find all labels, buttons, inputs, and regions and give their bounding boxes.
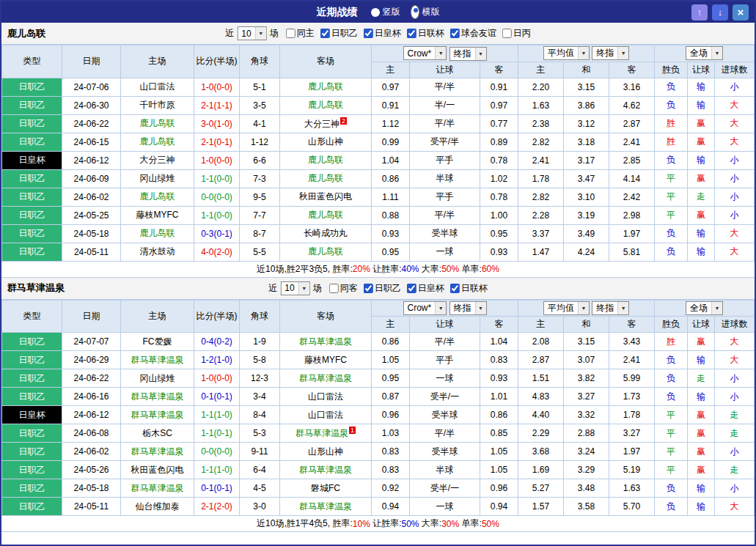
eu-draw-odds: 3.82 [564, 369, 609, 388]
team-name: 鹿儿岛联 [140, 228, 175, 238]
team-name: 鹿儿岛联 [140, 191, 175, 202]
team-name: 群马草津温泉 [299, 373, 352, 383]
home-team: 仙台维加泰 [121, 498, 194, 516]
close-button[interactable]: × [733, 4, 749, 21]
ah-home-odds: 0.88 [372, 206, 410, 224]
result-handicap: 输 [688, 78, 715, 96]
filter-bar: 近 10▼ 场 同客日职乙日皇杯日联杯 [268, 281, 487, 295]
match-row: 日职乙24-05-11仙台维加泰2-1(2-0)3-0群马草津温泉0.94一球0… [2, 498, 755, 516]
corner-score: 6-6 [240, 151, 280, 169]
scroll-up-button[interactable]: ↑ [691, 4, 708, 21]
scope-select[interactable]: 全场▼ [686, 46, 723, 60]
europe-time-select[interactable]: 终指▼ [592, 301, 629, 315]
col-eu-home: 主 [518, 62, 564, 78]
result-goals: 大 [715, 498, 755, 516]
filter-option[interactable]: 同主 [286, 27, 315, 40]
match-count-value: 10 [285, 283, 294, 293]
vertical-layout-radio[interactable]: 竖版 [371, 5, 400, 19]
filter-option[interactable]: 日职乙 [320, 27, 358, 40]
eu-home-odds: 2.38 [518, 114, 564, 133]
eu-away-odds: 2.42 [609, 188, 655, 206]
filter-option[interactable]: 日皇杯 [407, 282, 444, 295]
result-group-header: 全场▼ [655, 45, 755, 62]
filter-checkbox[interactable] [450, 284, 460, 293]
league-type: 日职乙 [2, 351, 62, 369]
scope-select[interactable]: 全场▼ [686, 301, 723, 315]
score: 0-1(0-1) [194, 479, 240, 498]
europe-avg-select[interactable]: 平均值▼ [543, 46, 590, 60]
eu-draw-odds: 3.32 [564, 406, 609, 424]
filter-option[interactable]: 球会友谊 [450, 27, 496, 40]
filter-checkbox[interactable] [450, 29, 460, 38]
filter-option[interactable]: 日联杯 [407, 27, 444, 40]
corner-score: 12-3 [240, 369, 280, 388]
bookmaker-select[interactable]: Crow*▼ [403, 46, 447, 60]
match-count-select[interactable]: 10▼ [280, 281, 309, 295]
filter-option[interactable]: 同客 [329, 282, 358, 295]
filter-option-label: 日联杯 [418, 27, 444, 40]
eu-home-odds: 2.08 [518, 333, 564, 351]
section-team-name: 群马草津温泉 [7, 281, 65, 295]
score: 2-1(2-0) [194, 498, 240, 516]
scroll-down-button[interactable]: ↓ [712, 4, 728, 21]
titlebar-center: 近期战绩 竖版横版 [317, 5, 440, 19]
europe-time-select[interactable]: 终指▼ [592, 46, 629, 60]
filter-checkbox[interactable] [407, 284, 416, 293]
filter-checkbox[interactable] [364, 29, 373, 38]
radio-icon [411, 5, 419, 19]
team-name: FC爱媛 [143, 336, 172, 347]
bookmaker-select[interactable]: Crow*▼ [403, 301, 447, 315]
filter-checkbox[interactable] [329, 284, 339, 293]
league-type: 日职乙 [2, 133, 62, 151]
eu-draw-odds: 3.10 [564, 188, 609, 206]
col-ah-home: 主 [372, 317, 410, 333]
eu-draw-odds: 3.58 [564, 498, 609, 516]
horizontal-layout-radio[interactable]: 横版 [411, 5, 440, 19]
filter-option[interactable]: 日皇杯 [364, 27, 401, 40]
result-wdl: 负 [655, 243, 688, 261]
result-handicap: 输 [688, 96, 715, 114]
filter-checkbox[interactable] [364, 284, 373, 293]
europe-time-value: 终指 [596, 47, 614, 59]
match-date: 24-06-30 [62, 96, 121, 114]
match-date: 24-05-11 [62, 243, 121, 261]
result-goals: 小 [715, 78, 755, 96]
ah-handicap-line: 受半/一 [410, 388, 480, 406]
home-team: 千叶市原 [121, 96, 194, 114]
ah-home-odds: 1.12 [372, 114, 410, 133]
eu-away-odds: 1.78 [609, 406, 655, 424]
match-date: 24-05-11 [62, 498, 121, 516]
match-count-select[interactable]: 10▼ [237, 26, 266, 40]
result-wdl: 负 [655, 78, 688, 96]
league-type: 日职乙 [2, 443, 62, 461]
league-type: 日职乙 [2, 78, 62, 96]
league-type: 日职乙 [2, 188, 62, 206]
matches-table: 类型 日期 主场 比分(半场) 角球 客场 Crow*▼ 终指▼ 平均值▼ 终指… [1, 45, 755, 262]
result-goals: 小 [715, 206, 755, 224]
team-name: 鹿儿岛联 [140, 118, 175, 128]
filter-checkbox[interactable] [502, 29, 512, 38]
filter-games-label: 场 [313, 282, 322, 295]
filter-option[interactable]: 日丙 [502, 27, 531, 40]
filter-bar: 近 10▼ 场 同主日职乙日皇杯日联杯球会友谊日丙 [225, 26, 530, 40]
eu-home-odds: 1.63 [518, 96, 564, 114]
filter-checkbox[interactable] [407, 29, 416, 38]
handicap-time-select[interactable]: 终指▼ [449, 301, 487, 315]
filter-checkbox[interactable] [286, 29, 296, 38]
eu-away-odds: 2.85 [609, 151, 655, 169]
result-handicap: 输 [688, 388, 715, 406]
handicap-time-select[interactable]: 终指▼ [449, 47, 487, 61]
col-result-goals: 进球数 [715, 317, 755, 333]
col-type: 类型 [2, 45, 62, 78]
league-type: 日职乙 [2, 169, 62, 188]
filter-option[interactable]: 日职乙 [364, 282, 401, 295]
col-score: 比分(半场) [194, 300, 240, 333]
eu-draw-odds: 3.49 [564, 224, 609, 243]
corner-score: 8-4 [240, 406, 280, 424]
away-team: 鹿儿岛联 [280, 243, 372, 261]
filter-near-label: 近 [225, 27, 234, 40]
team-name: 鹿儿岛联 [308, 81, 343, 92]
europe-avg-select[interactable]: 平均值▼ [543, 301, 590, 315]
filter-option[interactable]: 日联杯 [450, 282, 488, 295]
filter-checkbox[interactable] [320, 29, 330, 38]
